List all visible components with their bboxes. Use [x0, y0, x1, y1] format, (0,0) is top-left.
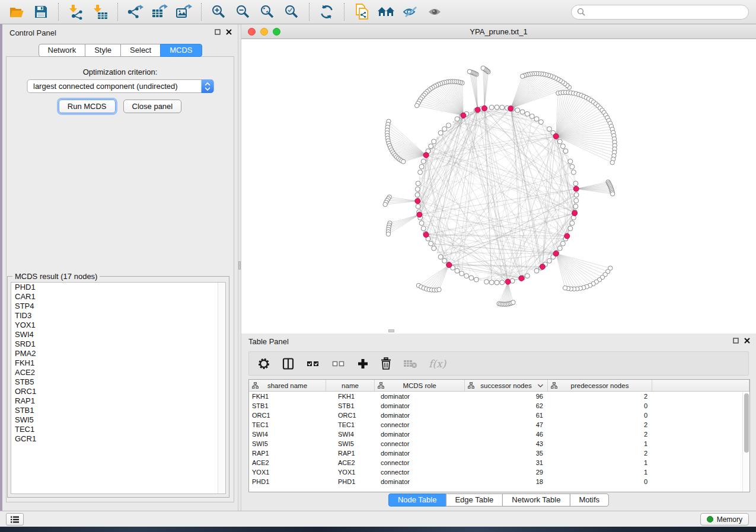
- cell: YOX1: [249, 469, 326, 476]
- result-scrollbar[interactable]: [218, 283, 225, 493]
- list-item[interactable]: STB5: [11, 377, 225, 387]
- zoom-selected-icon[interactable]: [282, 3, 301, 21]
- horizontal-splitter[interactable]: [388, 329, 394, 332]
- table-row[interactable]: FKH1FKH1dominator962: [249, 392, 749, 401]
- tab-network-table[interactable]: Network Table: [502, 493, 570, 507]
- table-row[interactable]: SWI4SWI4dominator462: [249, 430, 749, 439]
- tab-style[interactable]: Style: [85, 44, 121, 57]
- node-table[interactable]: shared namenameMCDS rolesuccessor nodesp…: [248, 379, 750, 492]
- tab-motifs[interactable]: Motifs: [569, 493, 609, 507]
- table-row[interactable]: RAP1RAP1dominator352: [249, 448, 749, 458]
- memory-status-icon: [707, 516, 713, 523]
- list-item[interactable]: PHD1: [11, 283, 225, 292]
- import-table-icon[interactable]: [91, 3, 110, 21]
- list-item[interactable]: FKH1: [11, 358, 225, 368]
- delete-table-icon: [403, 358, 417, 370]
- export-network-icon[interactable]: [126, 3, 145, 21]
- optimization-dropdown[interactable]: largest connected component (undirected): [27, 79, 213, 93]
- table-row[interactable]: TEC1TEC1connector472: [249, 420, 749, 430]
- table-row[interactable]: ACE2ACE2connector311: [249, 458, 749, 467]
- list-item[interactable]: ORC1: [11, 387, 225, 396]
- close-icon[interactable]: [744, 338, 750, 344]
- cell: 1: [548, 469, 652, 476]
- list-item[interactable]: SRD1: [11, 339, 225, 349]
- toolbar-separator: [344, 3, 344, 21]
- list-item[interactable]: SWI5: [11, 415, 225, 425]
- list-item[interactable]: GCR1: [11, 434, 225, 444]
- zoom-fit-icon[interactable]: [258, 3, 277, 21]
- tab-edge-table[interactable]: Edge Table: [445, 493, 503, 507]
- cell: PHD1: [326, 478, 375, 485]
- first-neighbors-icon[interactable]: [377, 3, 395, 21]
- mcds-result-list[interactable]: PHD1CAR1STP4TID3YOX1SWI4SRD1PMA2FKH1ACE2…: [11, 282, 226, 494]
- table-panel-title: Table Panel: [248, 337, 289, 346]
- close-panel-button[interactable]: Close panel: [123, 100, 182, 113]
- export-image-icon[interactable]: [174, 3, 193, 21]
- add-column-icon[interactable]: [357, 358, 369, 370]
- delete-column-icon[interactable]: [380, 357, 392, 370]
- desktop-background: [0, 527, 756, 532]
- search-field[interactable]: [571, 5, 749, 20]
- deselect-all-icon[interactable]: [331, 357, 346, 370]
- tab-mcds[interactable]: MCDS: [160, 44, 202, 57]
- column-header-name[interactable]: name: [326, 380, 375, 391]
- refresh-icon[interactable]: [317, 3, 336, 21]
- table-row[interactable]: SWI5SWI5connector431: [249, 439, 749, 448]
- export-table-icon[interactable]: [150, 3, 169, 21]
- import-network-icon[interactable]: [66, 3, 85, 21]
- save-session-icon[interactable]: [31, 3, 50, 21]
- list-item[interactable]: CAR1: [11, 292, 225, 302]
- list-item[interactable]: RAP1: [11, 396, 225, 406]
- cell: 31: [465, 459, 548, 466]
- memory-button[interactable]: Memory: [700, 513, 749, 525]
- list-item[interactable]: TEC1: [11, 425, 225, 434]
- table-scrollbar[interactable]: [742, 392, 749, 492]
- table-row[interactable]: STB1STB1dominator620: [249, 401, 749, 411]
- list-item[interactable]: TID3: [11, 311, 225, 321]
- tab-select[interactable]: Select: [120, 44, 161, 57]
- list-item[interactable]: STB1: [11, 406, 225, 415]
- clone-network-icon[interactable]: [352, 3, 371, 21]
- table-row[interactable]: PHD1PHD1dominator180: [249, 477, 749, 486]
- float-icon[interactable]: [215, 29, 221, 35]
- show-columns-icon[interactable]: [282, 357, 295, 370]
- hide-selected-icon[interactable]: [401, 3, 420, 21]
- list-item[interactable]: PMA2: [11, 349, 225, 358]
- zoom-in-icon[interactable]: [209, 3, 228, 21]
- search-input[interactable]: [589, 7, 743, 17]
- cell: 2: [548, 421, 652, 428]
- cell: STB1: [249, 402, 326, 409]
- table-row[interactable]: YOX1YOX1connector291: [249, 467, 749, 477]
- tab-node-table[interactable]: Node Table: [388, 493, 446, 507]
- cell: 1: [548, 459, 652, 466]
- tab-network[interactable]: Network: [38, 44, 85, 57]
- column-header-successor-nodes[interactable]: successor nodes: [465, 380, 548, 391]
- run-mcds-button[interactable]: Run MCDS: [59, 100, 116, 113]
- list-item[interactable]: SWI4: [11, 330, 225, 339]
- zoom-out-icon[interactable]: [234, 3, 253, 21]
- column-header-shared-name[interactable]: shared name: [249, 380, 326, 391]
- network-title: YPA_prune.txt_1: [241, 27, 756, 36]
- cell: dominator: [375, 431, 465, 438]
- table-mode-gear-icon[interactable]: [257, 357, 270, 370]
- column-header-predecessor-nodes[interactable]: predecessor nodes: [548, 380, 652, 391]
- network-canvas[interactable]: [241, 39, 756, 334]
- open-file-icon[interactable]: [7, 3, 26, 21]
- network-graph[interactable]: [241, 39, 756, 333]
- optimization-label: Optimization criterion:: [2, 68, 238, 76]
- table-row[interactable]: ORC1ORC1dominator610: [249, 411, 749, 420]
- control-panel-titlebar: Control Panel: [2, 24, 238, 41]
- select-all-icon[interactable]: [306, 357, 320, 370]
- column-header-MCDS-role[interactable]: MCDS role: [375, 380, 465, 391]
- list-item[interactable]: ACE2: [11, 368, 225, 377]
- list-item[interactable]: YOX1: [11, 321, 225, 330]
- float-icon[interactable]: [733, 338, 739, 344]
- cell: 0: [548, 402, 652, 409]
- list-item[interactable]: STP4: [11, 302, 225, 311]
- network-window-titlebar[interactable]: YPA_prune.txt_1: [241, 24, 756, 39]
- scrollbar-thumb[interactable]: [744, 393, 749, 453]
- show-panels-button[interactable]: [6, 513, 24, 525]
- close-icon[interactable]: [226, 29, 232, 35]
- cell: dominator: [375, 450, 465, 457]
- show-all-icon[interactable]: [425, 3, 444, 21]
